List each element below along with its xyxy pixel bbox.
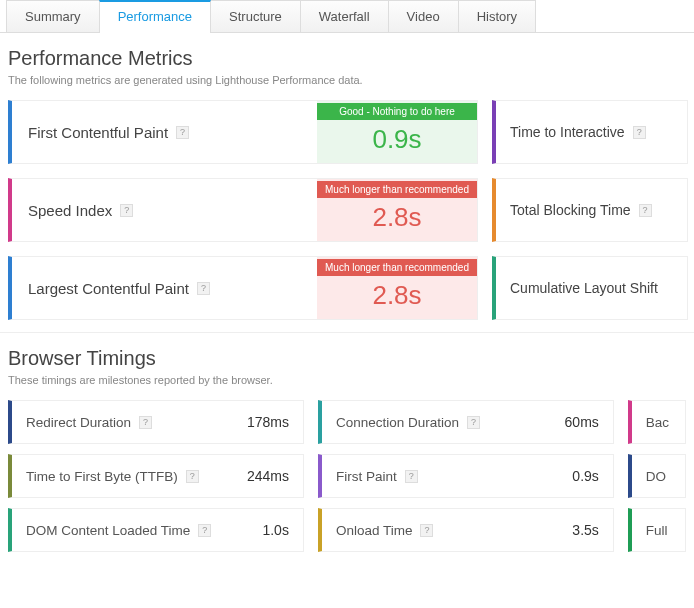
metric-card-tti[interactable]: Time to Interactive ? — [492, 100, 688, 164]
browser-timings-desc: These timings are milestones reported by… — [8, 374, 686, 386]
bt-card-dom-content-loaded[interactable]: DOM Content Loaded Time? 1.0s — [8, 508, 304, 552]
metric-number: 0.9s — [372, 120, 421, 161]
metric-label: Total Blocking Time — [510, 202, 631, 218]
tab-summary[interactable]: Summary — [6, 0, 100, 32]
help-icon[interactable]: ? — [186, 470, 199, 483]
metric-label: Time to Interactive — [510, 124, 625, 140]
bt-value: 0.9s — [572, 468, 598, 484]
bt-card-first-paint[interactable]: First Paint? 0.9s — [318, 454, 614, 498]
help-icon[interactable]: ? — [639, 204, 652, 217]
bt-card-partial[interactable]: Full — [628, 508, 686, 552]
metric-value-speed-index: Much longer than recommended 2.8s — [317, 179, 477, 241]
help-icon[interactable]: ? — [198, 524, 211, 537]
performance-metrics-title: Performance Metrics — [8, 47, 686, 70]
metric-number: 2.8s — [372, 276, 421, 317]
bt-label: Full — [646, 523, 668, 538]
metric-value-fcp: Good - Nothing to do here 0.9s — [317, 101, 477, 163]
tab-waterfall[interactable]: Waterfall — [300, 0, 389, 32]
section-performance-metrics: Performance Metrics The following metric… — [0, 33, 694, 324]
bt-label: First Paint — [336, 469, 397, 484]
bt-label: Connection Duration — [336, 415, 459, 430]
bt-value: 60ms — [565, 414, 599, 430]
bt-value: 3.5s — [572, 522, 598, 538]
help-icon[interactable]: ? — [405, 470, 418, 483]
bt-label: Redirect Duration — [26, 415, 131, 430]
section-browser-timings: Browser Timings These timings are milest… — [0, 333, 694, 556]
metric-value-lcp: Much longer than recommended 2.8s — [317, 257, 477, 319]
performance-metric-grid: First Contentful Paint ? Good - Nothing … — [8, 100, 686, 320]
metric-banner: Much longer than recommended — [317, 259, 477, 276]
metric-banner: Good - Nothing to do here — [317, 103, 477, 120]
tab-history[interactable]: History — [458, 0, 536, 32]
browser-timings-grid: Redirect Duration? 178ms Connection Dura… — [8, 400, 686, 552]
metric-label: First Contentful Paint — [28, 124, 168, 141]
bt-label: Time to First Byte (TTFB) — [26, 469, 178, 484]
bt-label: DOM Content Loaded Time — [26, 523, 190, 538]
help-icon[interactable]: ? — [120, 204, 133, 217]
metric-card-speed-index[interactable]: Speed Index ? Much longer than recommend… — [8, 178, 478, 242]
bt-card-ttfb[interactable]: Time to First Byte (TTFB)? 244ms — [8, 454, 304, 498]
metric-banner: Much longer than recommended — [317, 181, 477, 198]
bt-label: DO — [646, 469, 666, 484]
bt-value: 178ms — [247, 414, 289, 430]
bt-card-onload[interactable]: Onload Time? 3.5s — [318, 508, 614, 552]
bt-card-partial[interactable]: Bac — [628, 400, 686, 444]
metric-label: Largest Contentful Paint — [28, 280, 189, 297]
tab-bar: Summary Performance Structure Waterfall … — [0, 0, 694, 33]
bt-card-redirect[interactable]: Redirect Duration? 178ms — [8, 400, 304, 444]
tab-video[interactable]: Video — [388, 0, 459, 32]
tab-performance[interactable]: Performance — [99, 0, 211, 32]
bt-card-partial[interactable]: DO — [628, 454, 686, 498]
bt-label: Onload Time — [336, 523, 413, 538]
help-icon[interactable]: ? — [176, 126, 189, 139]
bt-card-connection[interactable]: Connection Duration? 60ms — [318, 400, 614, 444]
metric-label: Cumulative Layout Shift — [510, 280, 658, 296]
bt-label: Bac — [646, 415, 669, 430]
help-icon[interactable]: ? — [633, 126, 646, 139]
metric-card-tbt[interactable]: Total Blocking Time ? — [492, 178, 688, 242]
browser-timings-title: Browser Timings — [8, 347, 686, 370]
help-icon[interactable]: ? — [420, 524, 433, 537]
performance-metrics-desc: The following metrics are generated usin… — [8, 74, 686, 86]
bt-value: 1.0s — [262, 522, 288, 538]
metric-card-fcp[interactable]: First Contentful Paint ? Good - Nothing … — [8, 100, 478, 164]
bt-value: 244ms — [247, 468, 289, 484]
metric-label: Speed Index — [28, 202, 112, 219]
help-icon[interactable]: ? — [467, 416, 480, 429]
help-icon[interactable]: ? — [139, 416, 152, 429]
metric-card-cls[interactable]: Cumulative Layout Shift — [492, 256, 688, 320]
help-icon[interactable]: ? — [197, 282, 210, 295]
metric-number: 2.8s — [372, 198, 421, 239]
tab-structure[interactable]: Structure — [210, 0, 301, 32]
metric-card-lcp[interactable]: Largest Contentful Paint ? Much longer t… — [8, 256, 478, 320]
